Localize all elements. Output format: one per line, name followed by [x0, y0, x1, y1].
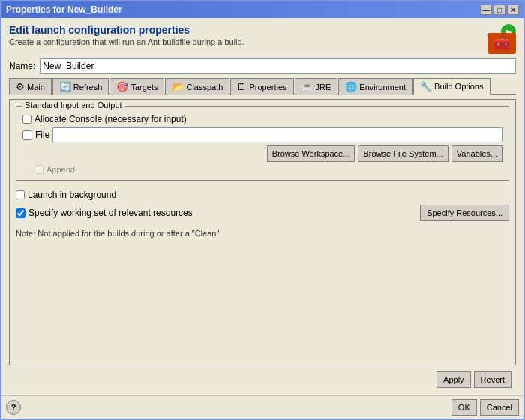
cancel-button[interactable]: Cancel [480, 399, 519, 416]
bottom-left: ? [6, 400, 21, 415]
tab-main-label: Main [27, 82, 45, 92]
tabs-row: ⚙ Main 🔄 Refresh 🎯 Targets 📂 Classpath 🗒… [9, 78, 516, 94]
toolbox-icon [488, 33, 516, 54]
specify-resources-button[interactable]: Specify Resources... [420, 205, 509, 221]
tab-jre[interactable]: ☕ JRE [295, 78, 338, 94]
ok-button[interactable]: OK [452, 399, 477, 416]
options-section: Launch in background Specify working set… [16, 187, 509, 238]
page-title: Edit launch configuration properties [9, 24, 244, 36]
specify-row: Specify working set of relevant resource… [16, 205, 509, 221]
browse-filesystem-button[interactable]: Browse File System... [358, 146, 448, 162]
allocate-console-row: Allocate Console (necessary for input) [22, 114, 502, 124]
note-text: Note: Not applied for the builds during … [16, 229, 509, 238]
standard-io-group: Standard Input and Output Allocate Conso… [16, 106, 509, 181]
header-text: Edit launch configuration properties Cre… [9, 24, 244, 46]
refresh-tab-icon: 🔄 [59, 81, 71, 92]
build-options-tab-icon: 🔧 [420, 81, 432, 92]
file-row: File [22, 128, 502, 142]
launch-background-label: Launch in background [28, 190, 116, 200]
specify-working-set-label: Specify working set of relevant resource… [28, 208, 193, 218]
name-label: Name: [9, 61, 35, 71]
tab-properties-label: Properties [249, 82, 286, 92]
tab-targets[interactable]: 🎯 Targets [110, 78, 164, 94]
apply-revert-row: Apply Revert [9, 370, 516, 391]
main-window: Properties for New_Builder — □ ✕ Edit la… [0, 0, 525, 420]
allocate-console-checkbox[interactable] [22, 115, 32, 124]
targets-tab-icon: 🎯 [116, 81, 128, 92]
name-row: Name: [9, 58, 516, 74]
append-label: Append [46, 165, 75, 174]
main-tab-icon: ⚙ [16, 81, 25, 92]
file-checkbox[interactable] [22, 130, 32, 140]
environment-tab-icon: 🌐 [345, 81, 357, 92]
tab-main[interactable]: ⚙ Main [9, 78, 52, 94]
title-bar: Properties for New_Builder — □ ✕ [2, 2, 524, 18]
specify-working-set-checkbox[interactable] [16, 208, 26, 218]
name-input[interactable] [40, 58, 516, 74]
apply-button[interactable]: Apply [436, 371, 471, 388]
variables-button[interactable]: Variables... [452, 146, 502, 162]
window-body: Edit launch configuration properties Cre… [2, 18, 524, 395]
file-label: File [35, 130, 50, 140]
tab-environment[interactable]: 🌐 Environment [338, 78, 412, 94]
tab-properties[interactable]: 🗒 Properties [230, 78, 293, 94]
tab-classpath[interactable]: 📂 Classpath [165, 78, 230, 94]
maximize-button[interactable]: □ [494, 4, 506, 15]
tab-jre-label: JRE [316, 82, 332, 92]
jre-tab-icon: ☕ [302, 81, 314, 92]
minimize-button[interactable]: — [480, 4, 492, 15]
tab-refresh-label: Refresh [74, 82, 103, 92]
classpath-tab-icon: 📂 [172, 81, 184, 92]
revert-button[interactable]: Revert [474, 371, 512, 388]
append-checkbox[interactable] [34, 165, 44, 174]
header-section: Edit launch configuration properties Cre… [9, 24, 516, 54]
tab-build-options-label: Build Options [434, 82, 483, 91]
bottom-right: OK Cancel [452, 399, 519, 416]
tab-classpath-label: Classpath [186, 82, 223, 92]
browse-workspace-button[interactable]: Browse Workspace... [267, 146, 356, 162]
standard-io-title: Standard Input and Output [22, 100, 124, 110]
launch-background-checkbox[interactable] [16, 190, 25, 200]
tab-targets-label: Targets [130, 82, 158, 92]
bottom-bar: ? OK Cancel [2, 395, 524, 418]
properties-tab-icon: 🗒 [237, 81, 247, 92]
main-panel: Standard Input and Output Allocate Conso… [9, 99, 516, 365]
launch-background-row: Launch in background [16, 190, 509, 200]
header-icon [480, 24, 516, 54]
file-input[interactable] [52, 128, 502, 142]
allocate-console-label: Allocate Console (necessary for input) [34, 114, 187, 124]
window-title: Properties for New_Builder [6, 4, 122, 15]
page-subtitle: Create a configuration that will run an … [9, 38, 244, 46]
tab-build-options[interactable]: 🔧 Build Options [413, 78, 490, 94]
help-button[interactable]: ? [6, 400, 21, 415]
file-buttons-row: Browse Workspace... Browse File System..… [22, 146, 502, 162]
close-button[interactable]: ✕ [507, 4, 519, 15]
append-row: Append [22, 165, 502, 174]
tab-environment-label: Environment [359, 82, 406, 92]
specify-left: Specify working set of relevant resource… [16, 208, 193, 218]
tab-refresh[interactable]: 🔄 Refresh [52, 78, 110, 94]
title-bar-controls: — □ ✕ [480, 4, 519, 15]
